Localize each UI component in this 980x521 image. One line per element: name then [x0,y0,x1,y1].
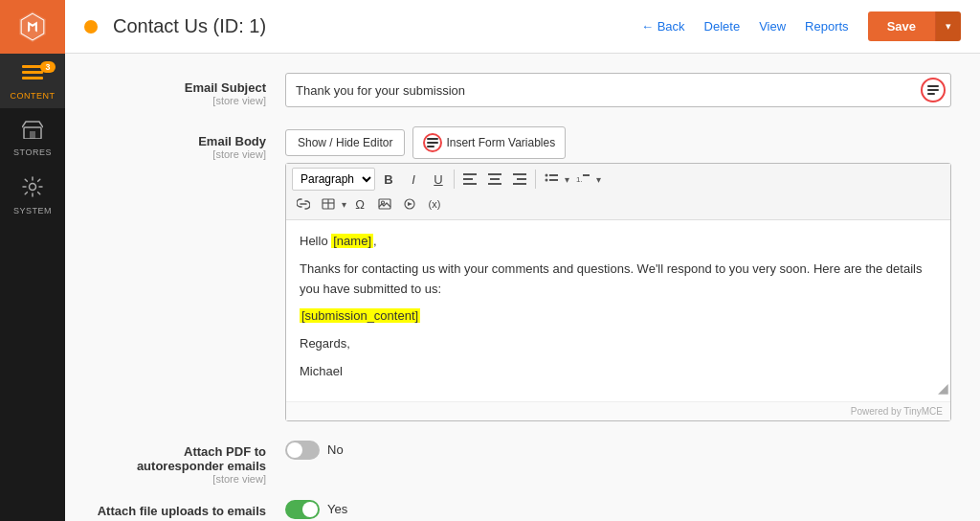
attach-pdf-toggle[interactable] [285,441,320,460]
svg-rect-17 [488,183,501,185]
email-subject-input[interactable] [285,73,951,107]
tinymce-editor: Paragraph Heading 1 Heading 2 Heading 3 … [285,163,951,421]
svg-rect-16 [490,178,500,180]
unordered-list-button[interactable] [540,168,563,191]
link-button[interactable] [292,193,315,215]
svg-rect-12 [463,173,477,175]
attach-uploads-knob [302,502,318,517]
email-body-label: Email Body [store view] [94,126,285,160]
svg-rect-14 [463,183,477,185]
align-center-button[interactable] [483,168,506,191]
editor-content-area[interactable]: Hello [name], Thanks for contacting us w… [286,220,950,401]
editor-footer: Powered by TinyMCE [286,401,950,420]
sidebar-item-content-label: Content [11,91,56,101]
bold-button[interactable]: B [377,168,400,191]
main-content: Contact Us (ID: 1) ← Back Delete View Re… [65,0,980,521]
media-button[interactable] [398,193,421,215]
save-dropdown-button[interactable]: ▾ [935,11,961,41]
system-icon [22,176,43,202]
svg-text:2.: 2. [576,184,583,185]
toolbar-divider-1 [454,170,455,189]
svg-rect-4 [30,131,35,139]
svg-rect-13 [463,178,473,180]
attach-uploads-row: Attach file uploads to emails Yes [94,500,951,519]
svg-rect-11 [427,146,434,147]
page-header: Contact Us (ID: 1) ← Back Delete View Re… [65,0,980,54]
subject-variables-button[interactable] [921,78,946,102]
svg-rect-22 [549,174,558,176]
ordered-list-button[interactable]: 1.2. [571,168,594,191]
header-actions: ← Back Delete View Reports Save ▾ [641,11,961,41]
insert-variables-icon [423,133,442,152]
svg-point-21 [546,174,548,177]
svg-text:1.: 1. [576,175,583,184]
italic-button[interactable]: I [402,168,425,191]
sidebar-item-system[interactable]: System [0,165,65,223]
svg-point-5 [30,184,36,191]
attach-pdf-value: No [327,442,344,457]
view-button[interactable]: View [759,19,786,34]
underline-button[interactable]: U [427,168,450,191]
special-chars-button[interactable]: Ω [348,193,371,215]
svg-rect-20 [513,183,526,185]
sidebar-item-stores-label: Stores [13,147,52,157]
editor-paragraph-3: [submission_content] [300,306,937,327]
stores-icon [22,120,43,144]
page-title: Contact Us (ID: 1) [113,15,626,37]
editor-resize-handle[interactable]: ◢ [938,377,948,398]
attach-pdf-row: Attach PDF to autoresponder emails [stor… [94,441,951,485]
sidebar: Content 3 Stores System [0,0,65,521]
align-right-button[interactable] [508,168,531,191]
image-button[interactable] [373,193,396,215]
attach-uploads-toggle[interactable] [285,500,320,519]
editor-paragraph-1: Hello [name], [300,232,937,252]
back-button[interactable]: ← Back [641,19,685,34]
svg-rect-8 [927,93,935,95]
email-body-control: Show / Hide Editor Insert Form Variables [285,126,951,421]
editor-toolbar: Paragraph Heading 1 Heading 2 Heading 3 … [286,164,950,220]
svg-rect-10 [427,142,438,144]
attach-pdf-toggle-wrap: No [285,441,344,460]
show-hide-editor-button[interactable]: Show / Hide Editor [285,129,405,156]
sidebar-item-system-label: System [13,206,52,215]
source-code-button[interactable]: (x) [423,193,446,215]
attach-pdf-knob [287,442,302,458]
svg-rect-2 [22,77,43,79]
insert-variables-label: Insert Form Variables [446,136,555,149]
delete-button[interactable]: Delete [704,19,741,34]
editor-paragraph-5: Michael [300,362,937,382]
toolbar-divider-2 [535,170,536,189]
svg-point-23 [546,179,548,182]
email-body-toolbar: Show / Hide Editor Insert Form Variables [285,126,951,159]
reports-button[interactable]: Reports [805,19,849,34]
svg-rect-1 [22,71,43,74]
align-left-button[interactable] [458,168,481,191]
save-button-group: Save ▾ [868,11,961,41]
attach-pdf-label: Attach PDF to autoresponder emails [stor… [94,441,285,485]
insert-form-variables-button[interactable]: Insert Form Variables [412,126,566,159]
svg-rect-31 [379,199,390,209]
svg-rect-9 [427,138,438,140]
email-subject-label: Email Subject [store view] [94,73,285,106]
sidebar-item-content[interactable]: Content 3 [0,54,65,108]
attach-uploads-value: Yes [327,502,347,516]
email-subject-control [285,73,951,107]
save-button[interactable]: Save [868,11,935,41]
email-subject-row: Email Subject [store view] [94,73,951,107]
toolbar-row-1: Paragraph Heading 1 Heading 2 Heading 3 … [292,168,945,191]
attach-uploads-toggle-wrap: Yes [285,500,347,519]
magento-logo[interactable] [0,0,65,54]
svg-rect-6 [927,85,939,87]
table-button[interactable] [317,193,340,215]
attach-uploads-label: Attach file uploads to emails [94,500,285,518]
editor-paragraph-4: Regards, [300,334,937,354]
svg-rect-18 [513,173,526,175]
submission-content-variable: [submission_content] [300,308,420,323]
paragraph-format-select[interactable]: Paragraph Heading 1 Heading 2 Heading 3 [292,168,375,191]
svg-rect-15 [488,173,501,175]
svg-rect-24 [549,179,558,181]
sidebar-item-stores[interactable]: Stores [0,108,65,165]
svg-rect-26 [583,174,590,176]
email-body-row: Email Body [store view] Show / Hide Edit… [94,126,951,421]
page-body: Email Subject [store view] Email Body [s… [65,54,980,521]
